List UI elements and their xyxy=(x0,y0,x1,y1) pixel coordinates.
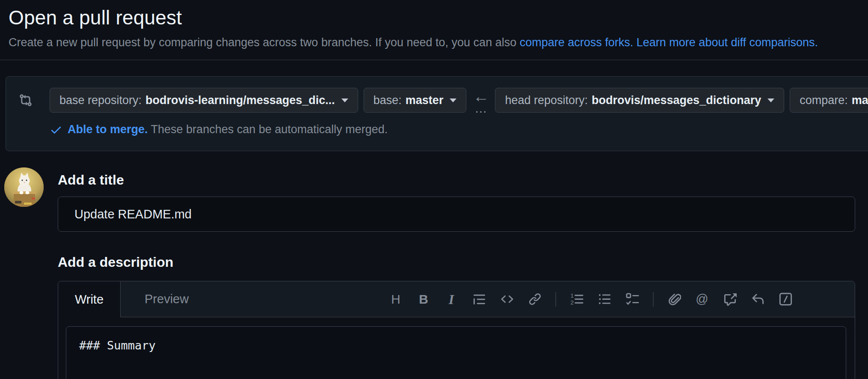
git-compare-icon xyxy=(19,93,33,107)
header-divider xyxy=(0,60,868,60)
heading-button[interactable]: H xyxy=(388,292,403,307)
ordered-list-button[interactable]: 1 2 xyxy=(569,292,584,307)
attach-file-button[interactable] xyxy=(667,292,681,307)
page-subtitle: Create a new pull request by comparing c… xyxy=(9,36,868,49)
pr-title-input[interactable] xyxy=(58,197,855,232)
description-heading: Add a description xyxy=(58,253,855,271)
dropdown-caret-icon xyxy=(767,98,774,102)
head-repository-value: bodrovis/messages_dictionary xyxy=(592,94,761,107)
list-unordered-icon xyxy=(598,292,611,306)
base-repository-select[interactable]: base repository: bodrovis-learning/messa… xyxy=(50,88,358,113)
quote-button[interactable] xyxy=(472,292,486,307)
saved-reply-button[interactable] xyxy=(750,292,765,307)
mention-button[interactable]: @ xyxy=(695,292,709,307)
user-avatar xyxy=(4,167,44,207)
head-repository-select[interactable]: head repository: bodrovis/messages_dicti… xyxy=(495,88,784,113)
task-list-button[interactable] xyxy=(625,292,640,307)
merge-status-title: Able to merge. xyxy=(68,123,148,136)
tasklist-icon xyxy=(626,292,639,306)
compare-branch-value: master xyxy=(852,94,868,107)
subtitle-text: Create a new pull request by comparing c… xyxy=(9,36,520,49)
base-branch-value: master xyxy=(406,94,444,107)
attach-file-icon xyxy=(668,292,681,306)
code-icon xyxy=(501,292,514,306)
link-button[interactable] xyxy=(527,292,542,307)
base-repository-value: bodrovis-learning/messages_dic... xyxy=(145,94,335,107)
base-repository-label: base repository: xyxy=(59,94,142,107)
pr-description-textarea[interactable]: ### Summary xyxy=(66,326,846,379)
head-repository-label: head repository: xyxy=(505,94,588,107)
italic-icon: I xyxy=(449,292,454,306)
check-icon xyxy=(50,123,62,136)
branch-compare-panel: base repository: bodrovis-learning/messa… xyxy=(6,76,868,151)
branch-selector-row: base repository: bodrovis-learning/messa… xyxy=(19,88,868,113)
base-branch-label: base: xyxy=(373,94,402,107)
compare-branch-select[interactable]: compare: master xyxy=(790,88,868,113)
unordered-list-button[interactable] xyxy=(597,292,612,307)
heading-icon: H xyxy=(391,293,400,306)
bold-button[interactable]: B xyxy=(416,292,431,307)
page-header: Open a pull request Create a new pull re… xyxy=(0,0,868,49)
markdown-editor: Write Preview H B I xyxy=(58,281,855,379)
pull-request-form: Add a title Add a description Write Prev… xyxy=(0,167,868,379)
branch-range-indicator: ← ... xyxy=(473,88,489,112)
merge-status-row: Able to merge. These branches can be aut… xyxy=(50,123,868,136)
cross-reference-button[interactable] xyxy=(723,292,737,307)
saved-reply-icon xyxy=(751,292,764,306)
merge-status-description: These branches can be automatically merg… xyxy=(151,123,388,136)
learn-more-diff-link[interactable]: Learn more about diff comparisons. xyxy=(637,36,818,49)
base-branch-select[interactable]: base: master xyxy=(364,88,467,113)
cross-reference-icon xyxy=(723,292,737,306)
italic-button[interactable]: I xyxy=(444,292,459,307)
avatar-cat-image xyxy=(4,167,44,207)
markdown-toolbar: H B I xyxy=(388,281,855,317)
bold-icon: B xyxy=(419,293,428,306)
quote-icon xyxy=(473,292,486,306)
svg-text:1: 1 xyxy=(570,292,574,299)
link-icon xyxy=(528,292,542,306)
editor-header: Write Preview H B I xyxy=(58,281,855,317)
list-ordered-icon: 1 2 xyxy=(570,292,584,306)
tab-write[interactable]: Write xyxy=(58,281,121,317)
svg-text:2: 2 xyxy=(570,299,574,306)
range-dots: ... xyxy=(475,105,487,112)
toolbar-divider xyxy=(653,292,654,307)
compare-across-forks-link[interactable]: compare across forks. xyxy=(520,36,634,49)
slash-command-icon xyxy=(779,292,792,306)
tab-preview[interactable]: Preview xyxy=(121,281,213,317)
toolbar-divider xyxy=(555,292,556,307)
dropdown-caret-icon xyxy=(341,98,348,102)
page-title: Open a pull request xyxy=(9,4,868,31)
code-button[interactable] xyxy=(500,292,514,307)
dropdown-caret-icon xyxy=(450,98,456,102)
mention-icon: @ xyxy=(696,293,708,305)
title-heading: Add a title xyxy=(58,167,855,189)
slash-command-button[interactable] xyxy=(778,292,793,307)
editor-body: ### Summary xyxy=(58,317,855,379)
form-column: Add a title Add a description Write Prev… xyxy=(58,167,855,379)
open-pull-request-page: Open a pull request Create a new pull re… xyxy=(0,0,868,379)
compare-branch-label: compare: xyxy=(800,94,848,107)
